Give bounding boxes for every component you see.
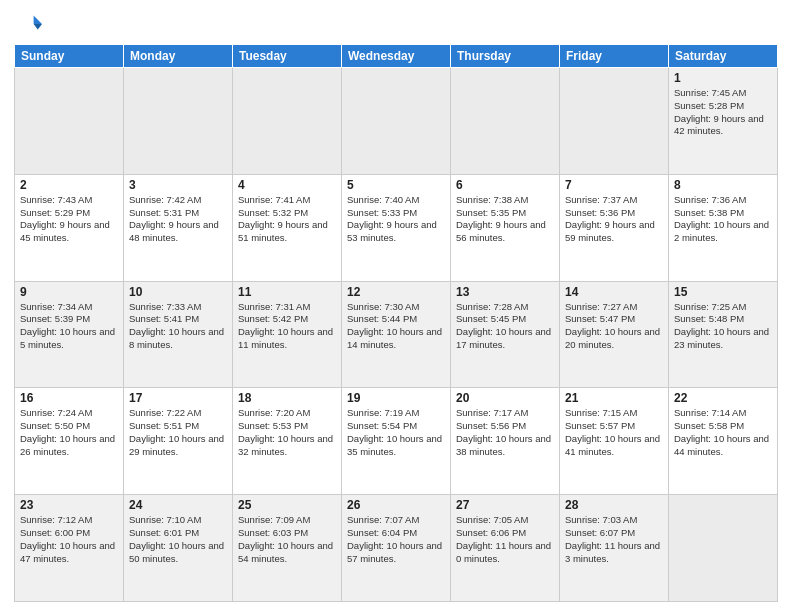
calendar-cell: 4Sunrise: 7:41 AM Sunset: 5:32 PM Daylig…: [233, 174, 342, 281]
day-info: Sunrise: 7:43 AM Sunset: 5:29 PM Dayligh…: [20, 194, 118, 245]
weekday-header-sunday: Sunday: [15, 45, 124, 68]
calendar-cell: 7Sunrise: 7:37 AM Sunset: 5:36 PM Daylig…: [560, 174, 669, 281]
day-number: 12: [347, 285, 445, 299]
day-number: 10: [129, 285, 227, 299]
day-number: 25: [238, 498, 336, 512]
day-number: 17: [129, 391, 227, 405]
day-number: 8: [674, 178, 772, 192]
weekday-header-row: SundayMondayTuesdayWednesdayThursdayFrid…: [15, 45, 778, 68]
calendar-cell: 17Sunrise: 7:22 AM Sunset: 5:51 PM Dayli…: [124, 388, 233, 495]
calendar-cell: 18Sunrise: 7:20 AM Sunset: 5:53 PM Dayli…: [233, 388, 342, 495]
week-row-2: 9Sunrise: 7:34 AM Sunset: 5:39 PM Daylig…: [15, 281, 778, 388]
day-number: 6: [456, 178, 554, 192]
day-number: 20: [456, 391, 554, 405]
day-info: Sunrise: 7:41 AM Sunset: 5:32 PM Dayligh…: [238, 194, 336, 245]
day-number: 19: [347, 391, 445, 405]
day-number: 11: [238, 285, 336, 299]
day-info: Sunrise: 7:07 AM Sunset: 6:04 PM Dayligh…: [347, 514, 445, 565]
calendar-cell: 22Sunrise: 7:14 AM Sunset: 5:58 PM Dayli…: [669, 388, 778, 495]
logo: [14, 10, 46, 38]
weekday-header-thursday: Thursday: [451, 45, 560, 68]
day-info: Sunrise: 7:15 AM Sunset: 5:57 PM Dayligh…: [565, 407, 663, 458]
weekday-header-tuesday: Tuesday: [233, 45, 342, 68]
day-number: 21: [565, 391, 663, 405]
day-info: Sunrise: 7:24 AM Sunset: 5:50 PM Dayligh…: [20, 407, 118, 458]
calendar-cell: 1Sunrise: 7:45 AM Sunset: 5:28 PM Daylig…: [669, 68, 778, 175]
day-info: Sunrise: 7:10 AM Sunset: 6:01 PM Dayligh…: [129, 514, 227, 565]
day-info: Sunrise: 7:12 AM Sunset: 6:00 PM Dayligh…: [20, 514, 118, 565]
week-row-3: 16Sunrise: 7:24 AM Sunset: 5:50 PM Dayli…: [15, 388, 778, 495]
day-number: 18: [238, 391, 336, 405]
day-info: Sunrise: 7:09 AM Sunset: 6:03 PM Dayligh…: [238, 514, 336, 565]
day-info: Sunrise: 7:33 AM Sunset: 5:41 PM Dayligh…: [129, 301, 227, 352]
day-number: 5: [347, 178, 445, 192]
day-number: 26: [347, 498, 445, 512]
calendar-cell: [669, 495, 778, 602]
week-row-4: 23Sunrise: 7:12 AM Sunset: 6:00 PM Dayli…: [15, 495, 778, 602]
day-info: Sunrise: 7:22 AM Sunset: 5:51 PM Dayligh…: [129, 407, 227, 458]
calendar-cell: 11Sunrise: 7:31 AM Sunset: 5:42 PM Dayli…: [233, 281, 342, 388]
calendar-cell: [451, 68, 560, 175]
calendar-cell: 6Sunrise: 7:38 AM Sunset: 5:35 PM Daylig…: [451, 174, 560, 281]
day-info: Sunrise: 7:38 AM Sunset: 5:35 PM Dayligh…: [456, 194, 554, 245]
day-number: 24: [129, 498, 227, 512]
day-info: Sunrise: 7:36 AM Sunset: 5:38 PM Dayligh…: [674, 194, 772, 245]
calendar: SundayMondayTuesdayWednesdayThursdayFrid…: [14, 44, 778, 602]
calendar-cell: 27Sunrise: 7:05 AM Sunset: 6:06 PM Dayli…: [451, 495, 560, 602]
weekday-header-wednesday: Wednesday: [342, 45, 451, 68]
day-number: 27: [456, 498, 554, 512]
calendar-cell: [233, 68, 342, 175]
svg-marker-1: [34, 24, 42, 30]
day-info: Sunrise: 7:42 AM Sunset: 5:31 PM Dayligh…: [129, 194, 227, 245]
day-number: 1: [674, 71, 772, 85]
weekday-header-friday: Friday: [560, 45, 669, 68]
calendar-cell: 26Sunrise: 7:07 AM Sunset: 6:04 PM Dayli…: [342, 495, 451, 602]
day-number: 9: [20, 285, 118, 299]
calendar-cell: 14Sunrise: 7:27 AM Sunset: 5:47 PM Dayli…: [560, 281, 669, 388]
calendar-cell: 21Sunrise: 7:15 AM Sunset: 5:57 PM Dayli…: [560, 388, 669, 495]
day-info: Sunrise: 7:34 AM Sunset: 5:39 PM Dayligh…: [20, 301, 118, 352]
day-number: 2: [20, 178, 118, 192]
day-number: 16: [20, 391, 118, 405]
day-info: Sunrise: 7:03 AM Sunset: 6:07 PM Dayligh…: [565, 514, 663, 565]
calendar-cell: 5Sunrise: 7:40 AM Sunset: 5:33 PM Daylig…: [342, 174, 451, 281]
calendar-cell: [342, 68, 451, 175]
calendar-cell: 13Sunrise: 7:28 AM Sunset: 5:45 PM Dayli…: [451, 281, 560, 388]
calendar-cell: 19Sunrise: 7:19 AM Sunset: 5:54 PM Dayli…: [342, 388, 451, 495]
calendar-cell: 25Sunrise: 7:09 AM Sunset: 6:03 PM Dayli…: [233, 495, 342, 602]
day-info: Sunrise: 7:19 AM Sunset: 5:54 PM Dayligh…: [347, 407, 445, 458]
svg-marker-0: [34, 16, 42, 24]
calendar-cell: 16Sunrise: 7:24 AM Sunset: 5:50 PM Dayli…: [15, 388, 124, 495]
calendar-cell: 24Sunrise: 7:10 AM Sunset: 6:01 PM Dayli…: [124, 495, 233, 602]
day-info: Sunrise: 7:40 AM Sunset: 5:33 PM Dayligh…: [347, 194, 445, 245]
calendar-cell: 2Sunrise: 7:43 AM Sunset: 5:29 PM Daylig…: [15, 174, 124, 281]
day-info: Sunrise: 7:17 AM Sunset: 5:56 PM Dayligh…: [456, 407, 554, 458]
day-number: 7: [565, 178, 663, 192]
calendar-cell: 12Sunrise: 7:30 AM Sunset: 5:44 PM Dayli…: [342, 281, 451, 388]
day-number: 22: [674, 391, 772, 405]
calendar-cell: 15Sunrise: 7:25 AM Sunset: 5:48 PM Dayli…: [669, 281, 778, 388]
logo-icon: [14, 10, 42, 38]
day-number: 23: [20, 498, 118, 512]
day-number: 3: [129, 178, 227, 192]
week-row-1: 2Sunrise: 7:43 AM Sunset: 5:29 PM Daylig…: [15, 174, 778, 281]
calendar-cell: [15, 68, 124, 175]
calendar-cell: 9Sunrise: 7:34 AM Sunset: 5:39 PM Daylig…: [15, 281, 124, 388]
day-number: 13: [456, 285, 554, 299]
day-info: Sunrise: 7:05 AM Sunset: 6:06 PM Dayligh…: [456, 514, 554, 565]
weekday-header-monday: Monday: [124, 45, 233, 68]
day-number: 14: [565, 285, 663, 299]
day-info: Sunrise: 7:28 AM Sunset: 5:45 PM Dayligh…: [456, 301, 554, 352]
day-info: Sunrise: 7:31 AM Sunset: 5:42 PM Dayligh…: [238, 301, 336, 352]
header: [14, 10, 778, 38]
day-info: Sunrise: 7:27 AM Sunset: 5:47 PM Dayligh…: [565, 301, 663, 352]
calendar-cell: 23Sunrise: 7:12 AM Sunset: 6:00 PM Dayli…: [15, 495, 124, 602]
calendar-cell: [124, 68, 233, 175]
day-info: Sunrise: 7:45 AM Sunset: 5:28 PM Dayligh…: [674, 87, 772, 138]
day-number: 4: [238, 178, 336, 192]
day-info: Sunrise: 7:25 AM Sunset: 5:48 PM Dayligh…: [674, 301, 772, 352]
day-info: Sunrise: 7:37 AM Sunset: 5:36 PM Dayligh…: [565, 194, 663, 245]
calendar-cell: 10Sunrise: 7:33 AM Sunset: 5:41 PM Dayli…: [124, 281, 233, 388]
day-info: Sunrise: 7:30 AM Sunset: 5:44 PM Dayligh…: [347, 301, 445, 352]
calendar-cell: 20Sunrise: 7:17 AM Sunset: 5:56 PM Dayli…: [451, 388, 560, 495]
